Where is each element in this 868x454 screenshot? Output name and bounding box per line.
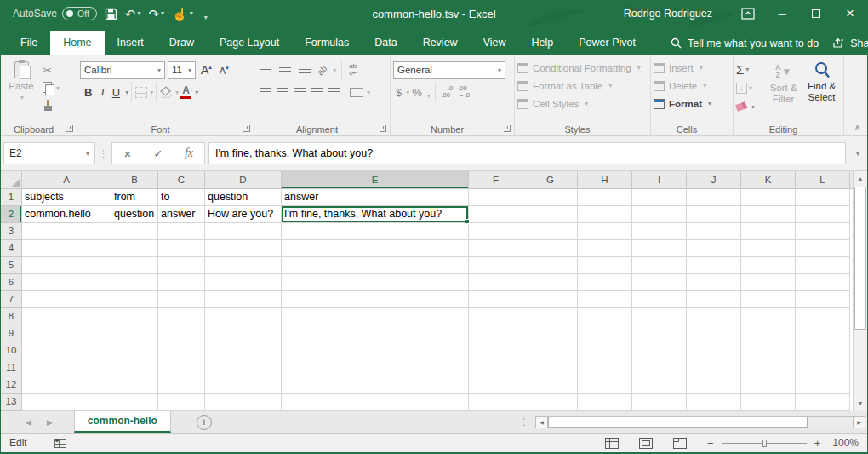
row-header-3[interactable]: 3 [1,223,22,240]
cell-L7[interactable] [796,291,850,308]
row-header-11[interactable]: 11 [1,359,22,376]
cell-G13[interactable] [523,394,578,411]
cell-J6[interactable] [687,274,741,291]
cell-G12[interactable] [523,376,578,394]
cell-J8[interactable] [687,308,741,325]
cell-I9[interactable] [632,325,687,342]
tab-file[interactable]: File [8,31,50,55]
name-box[interactable]: E2 ▾ [3,142,95,164]
format-painter-button[interactable] [43,98,60,113]
accessibility-checker-icon[interactable] [54,439,66,448]
cell-C9[interactable] [158,325,205,342]
cell-A4[interactable] [22,240,111,257]
cell-K13[interactable] [741,394,796,411]
increase-font-size-button[interactable]: A▴ [198,63,214,77]
cell-I13[interactable] [632,394,687,411]
cell-B11[interactable] [111,359,158,376]
cell-I7[interactable] [632,291,687,308]
cell-G1[interactable] [523,189,578,206]
cell-D13[interactable] [205,394,282,411]
cell-D10[interactable] [205,342,282,359]
column-header-L[interactable]: L [796,171,850,189]
cell-F2[interactable] [469,206,523,223]
font-size-dropdown-icon[interactable]: ▾ [188,66,191,74]
cell-H1[interactable] [578,189,632,206]
cell-A2[interactable]: common.hello [22,206,111,223]
row-header-7[interactable]: 7 [1,291,22,308]
expand-formula-bar-icon[interactable]: ▾ [851,150,865,158]
cell-G11[interactable] [523,359,578,376]
align-right-button[interactable] [294,88,306,97]
cell-H8[interactable] [578,308,632,325]
font-name-dropdown-icon[interactable]: ▾ [157,66,161,74]
ribbon-display-options-icon[interactable] [731,0,765,27]
column-header-D[interactable]: D [205,171,282,189]
cell-F10[interactable] [469,342,523,359]
font-color-dropdown-icon[interactable]: ▾ [195,89,198,96]
page-break-preview-icon[interactable] [673,438,687,449]
cell-H5[interactable] [578,257,632,274]
column-header-F[interactable]: F [469,171,523,189]
cell-G9[interactable] [523,325,578,342]
cell-B4[interactable] [111,240,158,257]
cell-D9[interactable] [205,325,282,342]
minimize-button[interactable]: ─ [765,0,799,27]
insert-function-button[interactable]: fx [174,147,204,160]
cell-C2[interactable]: answer [158,206,205,223]
cell-E13[interactable] [282,394,469,411]
accounting-format-button[interactable]: $ [393,86,404,99]
row-header-13[interactable]: 13 [1,394,22,411]
fill-color-icon[interactable] [160,86,173,98]
underline-button[interactable]: U [109,86,123,99]
cell-A5[interactable] [22,257,111,274]
cell-I5[interactable] [632,257,687,274]
decrease-font-size-button[interactable]: A▾ [217,65,231,76]
maximize-button[interactable] [799,0,833,27]
cell-E7[interactable] [282,291,469,308]
increase-decimal-icon[interactable]: ←.0 .00 [438,85,455,99]
cell-A7[interactable] [22,291,111,308]
tab-formulas[interactable]: Formulas [292,31,362,55]
column-header-I[interactable]: I [632,171,687,189]
cell-D5[interactable] [205,257,282,274]
cell-B10[interactable] [111,342,158,359]
cell-B3[interactable] [111,223,158,240]
tab-review[interactable]: Review [410,31,471,55]
select-all-corner[interactable] [1,171,22,189]
formula-bar-divider-icon[interactable]: ⋮ [99,148,108,159]
cell-F3[interactable] [469,223,523,240]
cell-G10[interactable] [523,342,578,359]
merge-center-dropdown-icon[interactable]: ▾ [367,89,370,96]
cell-A8[interactable] [22,308,111,325]
cell-D7[interactable] [205,291,282,308]
cell-D12[interactable] [205,376,282,394]
scroll-left-icon[interactable]: ◀ [535,416,548,428]
cell-J13[interactable] [687,394,741,411]
cell-C5[interactable] [158,257,205,274]
cell-F9[interactable] [469,325,523,342]
increase-indent-button[interactable] [328,88,340,97]
cell-G4[interactable] [523,240,578,257]
tab-insert[interactable]: Insert [105,31,157,55]
cell-A9[interactable] [22,325,111,342]
cell-E6[interactable] [282,274,469,291]
cell-L3[interactable] [796,223,850,240]
font-size-select[interactable]: 11▾ [168,61,196,79]
horizontal-scroll-track[interactable] [548,416,853,428]
cell-C4[interactable] [158,240,205,257]
bold-button[interactable]: B [80,86,96,99]
cell-K8[interactable] [741,308,796,325]
cell-C8[interactable] [158,308,205,325]
row-header-6[interactable]: 6 [1,274,22,291]
cell-E8[interactable] [282,308,469,325]
confirm-entry-button[interactable]: ✓ [143,147,174,160]
cell-K2[interactable] [741,206,796,223]
scroll-up-icon[interactable]: ▲ [854,171,867,186]
cell-H4[interactable] [578,240,632,257]
row-header-5[interactable]: 5 [1,257,22,274]
borders-icon[interactable] [135,87,147,98]
cell-D2[interactable]: How are you? [205,206,282,223]
vertical-scroll-thumb[interactable] [854,187,866,330]
scroll-down-icon[interactable]: ▼ [854,396,867,411]
row-header-2[interactable]: 2 [1,206,22,223]
